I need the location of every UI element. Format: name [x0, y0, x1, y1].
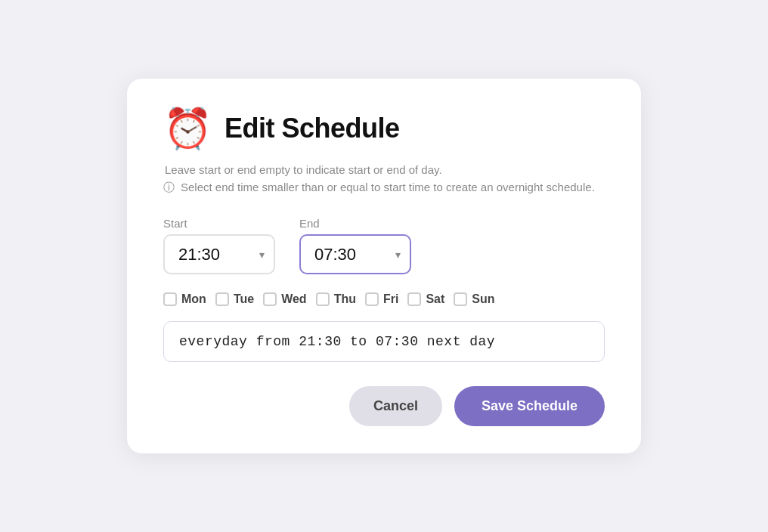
- end-time-select[interactable]: 00:0000:3001:0001:3002:0002:3003:0003:30…: [299, 234, 411, 274]
- day-checkbox-mon[interactable]: [163, 292, 177, 306]
- day-label-sat[interactable]: Sat: [426, 292, 444, 306]
- end-select-wrapper: 00:0000:3001:0001:3002:0002:3003:0003:30…: [299, 234, 411, 274]
- schedule-preview-box: everyday from 21:30 to 07:30 next day: [163, 321, 605, 362]
- day-item-sun: Sun: [454, 292, 494, 306]
- time-section: Start 00:0000:3001:0001:3002:0002:3003:0…: [163, 217, 605, 274]
- day-label-tue[interactable]: Tue: [234, 292, 254, 306]
- day-item-tue: Tue: [215, 292, 254, 306]
- start-label: Start: [163, 217, 275, 230]
- day-item-wed: Wed: [263, 292, 306, 306]
- day-checkbox-tue[interactable]: [215, 292, 229, 306]
- info-text-2: Select end time smaller than or equal to…: [181, 179, 595, 196]
- clock-icon: ⏰: [163, 109, 212, 148]
- end-time-field: End 00:0000:3001:0001:3002:0002:3003:000…: [299, 217, 411, 274]
- dialog-header: ⏰ Edit Schedule: [163, 109, 605, 148]
- day-label-wed[interactable]: Wed: [281, 292, 306, 306]
- page-title: Edit Schedule: [225, 113, 400, 144]
- day-checkbox-wed[interactable]: [263, 292, 277, 306]
- start-select-wrapper: 00:0000:3001:0001:3002:0002:3003:0003:30…: [163, 234, 275, 274]
- day-label-mon[interactable]: Mon: [181, 292, 206, 306]
- day-checkbox-thu[interactable]: [316, 292, 330, 306]
- days-section: MonTueWedThuFriSatSun: [163, 292, 605, 306]
- day-checkbox-sat[interactable]: [407, 292, 421, 306]
- save-schedule-button[interactable]: Save Schedule: [454, 386, 605, 426]
- day-item-fri: Fri: [365, 292, 398, 306]
- day-item-sat: Sat: [407, 292, 444, 306]
- start-time-field: Start 00:0000:3001:0001:3002:0002:3003:0…: [163, 217, 275, 274]
- cancel-button[interactable]: Cancel: [349, 386, 442, 426]
- day-label-thu[interactable]: Thu: [334, 292, 356, 306]
- info-text-1: Leave start or end empty to indicate sta…: [165, 163, 605, 176]
- start-time-select[interactable]: 00:0000:3001:0001:3002:0002:3003:0003:30…: [163, 234, 275, 274]
- end-label: End: [299, 217, 411, 230]
- day-label-fri[interactable]: Fri: [383, 292, 398, 306]
- day-label-sun[interactable]: Sun: [472, 292, 494, 306]
- info-icon: ⓘ: [163, 181, 175, 195]
- info-text-2-wrap: ⓘ Select end time smaller than or equal …: [163, 179, 605, 196]
- actions-row: Cancel Save Schedule: [163, 386, 605, 426]
- edit-schedule-dialog: ⏰ Edit Schedule Leave start or end empty…: [127, 79, 641, 454]
- day-item-thu: Thu: [316, 292, 356, 306]
- info-block: Leave start or end empty to indicate sta…: [163, 163, 605, 196]
- day-checkbox-sun[interactable]: [454, 292, 467, 306]
- day-checkbox-fri[interactable]: [365, 292, 379, 306]
- day-item-mon: Mon: [163, 292, 206, 306]
- schedule-preview-text: everyday from 21:30 to 07:30 next day: [179, 334, 495, 349]
